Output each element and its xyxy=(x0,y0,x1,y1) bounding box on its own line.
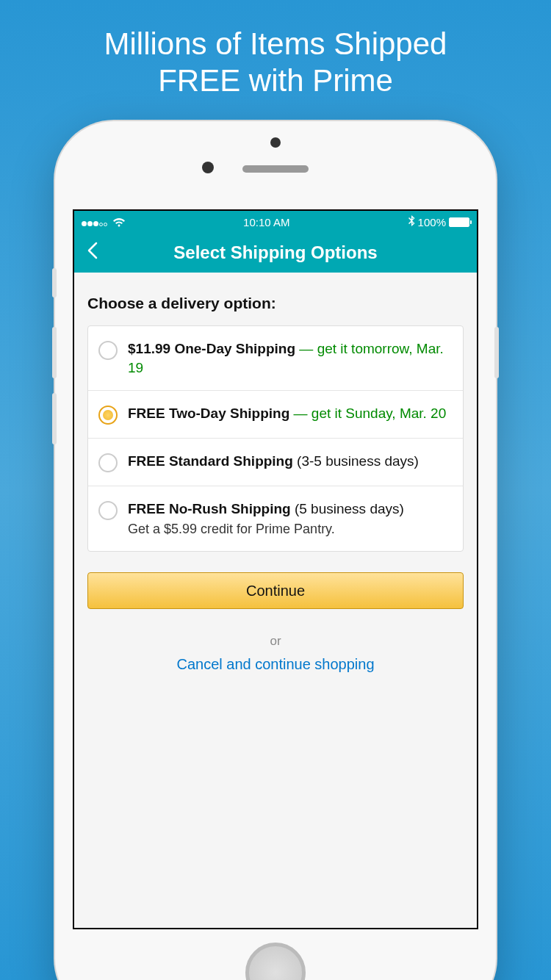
page-title: Select Shipping Options xyxy=(74,242,477,263)
home-button[interactable] xyxy=(245,943,306,980)
radio-icon[interactable] xyxy=(98,341,118,360)
option-highlight: get it Sunday, Mar. 20 xyxy=(311,406,446,421)
status-time: 10:10 AM xyxy=(243,216,289,228)
shipping-option[interactable]: FREE No-Rush Shipping (5 business days)G… xyxy=(88,486,463,551)
battery-pct: 100% xyxy=(418,216,446,228)
status-bar: 10:10 AM 100% xyxy=(74,211,477,233)
radio-icon[interactable] xyxy=(98,501,118,520)
option-text: FREE Standard Shipping (3-5 business day… xyxy=(128,452,419,471)
shipping-option[interactable]: $11.99 One-Day Shipping — get it tomorro… xyxy=(88,326,463,391)
signal-dots-icon xyxy=(82,216,108,228)
content-area: Choose a delivery option: $11.99 One-Day… xyxy=(74,273,477,695)
shipping-option[interactable]: FREE Two-Day Shipping — get it Sunday, M… xyxy=(88,391,463,439)
option-text: $11.99 One-Day Shipping — get it tomorro… xyxy=(128,339,453,377)
shipping-option[interactable]: FREE Standard Shipping (3-5 business day… xyxy=(88,439,463,486)
option-note: (5 business days) xyxy=(291,501,404,516)
battery-icon xyxy=(449,217,469,227)
phone-frame: 10:10 AM 100% Select Shipping Options Ch… xyxy=(55,121,496,980)
promo-line1: Millions of Items Shipped xyxy=(104,26,447,61)
option-dash: — xyxy=(289,406,311,421)
option-text: FREE Two-Day Shipping — get it Sunday, M… xyxy=(128,404,446,423)
option-subtext: Get a $5.99 credit for Prime Pantry. xyxy=(128,520,404,538)
phone-camera xyxy=(202,162,214,173)
status-left xyxy=(82,216,126,228)
option-dash: — xyxy=(295,341,317,356)
phone-screen: 10:10 AM 100% Select Shipping Options Ch… xyxy=(73,209,478,929)
option-note: (3-5 business days) xyxy=(293,453,419,469)
option-title: FREE No-Rush Shipping xyxy=(128,501,291,516)
radio-icon[interactable] xyxy=(98,453,118,472)
back-arrow-icon[interactable] xyxy=(83,240,104,266)
nav-bar: Select Shipping Options xyxy=(74,233,477,273)
shipping-options-list: $11.99 One-Day Shipping — get it tomorro… xyxy=(87,325,464,552)
promo-headline: Millions of Items Shipped FREE with Prim… xyxy=(0,0,551,115)
or-divider: or xyxy=(87,634,464,649)
continue-button[interactable]: Continue xyxy=(87,572,464,609)
bluetooth-icon xyxy=(408,215,415,228)
wifi-icon xyxy=(112,217,126,227)
option-title: $11.99 One-Day Shipping xyxy=(128,341,295,356)
section-heading: Choose a delivery option: xyxy=(87,295,464,312)
status-right: 100% xyxy=(408,215,469,228)
option-title: FREE Two-Day Shipping xyxy=(128,406,289,421)
promo-line2: FREE with Prime xyxy=(158,63,393,98)
option-text: FREE No-Rush Shipping (5 business days)G… xyxy=(128,500,404,538)
cancel-link[interactable]: Cancel and continue shopping xyxy=(87,656,464,673)
option-title: FREE Standard Shipping xyxy=(128,453,293,469)
phone-sensor xyxy=(270,137,281,148)
phone-speaker xyxy=(242,165,309,173)
radio-icon[interactable] xyxy=(98,406,118,425)
